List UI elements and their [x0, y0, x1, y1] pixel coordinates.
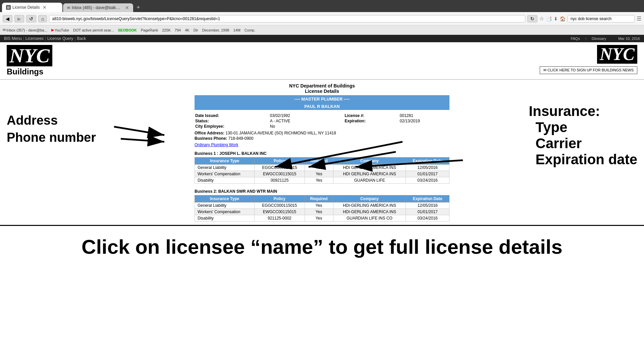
b2-required-cell: Yes	[305, 202, 333, 209]
bookmark-youtube[interactable]: ▶ YouTube	[51, 28, 69, 32]
b2-company-cell: HDI-GERLING AMERICA INS	[333, 209, 406, 215]
license-no-value: 001281	[400, 113, 449, 118]
license-header-bar: ---- MASTER PLUMBER ----	[195, 95, 449, 103]
business1-title: Business 1 : JOSEPH L. BALKAN INC	[195, 151, 449, 156]
b2-expiration-cell: 03/24/2016	[406, 215, 449, 222]
nyc-logo-right: NYC	[597, 45, 637, 64]
bookmark-794[interactable]: 794	[175, 28, 181, 32]
bookmark-225k[interactable]: 225K	[162, 28, 171, 32]
nav-license-query[interactable]: License Query	[47, 36, 73, 41]
b1-type-cell: Workers' Compensation	[195, 171, 255, 177]
bookmark-pagerank[interactable]: PageRank	[141, 28, 158, 32]
bookmark-dir[interactable]: Dir	[194, 28, 198, 32]
tab-bar: 🏛 License Details ✕ ✉ Inbox (485) - dave…	[0, 0, 644, 12]
address-annotation: Address	[7, 113, 96, 128]
b1-expiration-cell: 12/05/2016	[406, 165, 449, 171]
nav-glossary[interactable]: Glossary	[592, 37, 606, 41]
b2-policy-cell: EGGCC000115015	[255, 202, 305, 209]
business2-table: Insurance Type Policy Required Company E…	[195, 195, 449, 222]
status-label: Status:	[195, 119, 269, 123]
license-info-table: Date Issued: 03/02/1992 License #: 00128…	[195, 113, 449, 129]
b1-policy-cell: EWGCC00115015	[255, 171, 305, 177]
b2-company-cell: GUARDIAN LIFE INS CO	[333, 215, 406, 222]
bookmark-dot[interactable]: DOT active permit sear...	[73, 28, 114, 32]
ordinary-plumbing-link[interactable]: Ordinary Plumbing Work	[195, 142, 238, 147]
b2-required-cell: Yes	[305, 209, 333, 215]
forward-button[interactable]: ▶	[14, 15, 24, 22]
b1-col-policy: Policy	[255, 158, 305, 165]
go-button[interactable]: ↻	[527, 15, 537, 22]
license-no-label: License #:	[345, 113, 399, 118]
url-input[interactable]	[49, 15, 525, 22]
bookmark-4k[interactable]: 4K	[185, 28, 189, 32]
back-button[interactable]: ◀	[3, 15, 12, 22]
svg-line-1	[114, 127, 164, 135]
site-nav: BIS Menu | Licensees | License Query | B…	[0, 35, 644, 42]
nav-back[interactable]: Back	[77, 36, 86, 41]
buildings-text: Buildings	[7, 67, 52, 76]
expiration-annotation: Expiration date	[536, 152, 637, 168]
b2-policy-cell: EWGCC00115015	[255, 209, 305, 215]
table-row: General Liability EGGCC000115015 Yes HDI…	[195, 202, 449, 209]
business-link-row: Ordinary Plumbing Work	[195, 142, 449, 147]
table-row: General Liability EGGCC000115015 Yes HDI…	[195, 165, 449, 171]
bookmark-comp[interactable]: Comp.	[245, 28, 255, 32]
b2-col-company: Company	[333, 195, 406, 202]
expiration-value: 02/13/2019	[400, 119, 449, 123]
b1-col-company: Company	[333, 158, 406, 165]
business1-section: Business 1 : JOSEPH L. BALKAN INC Insura…	[195, 151, 449, 184]
buildings-news-button[interactable]: ✉ CLICK HERE TO SIGN UP FOR BUILDINGS NE…	[540, 66, 637, 74]
nav-licensees[interactable]: Licensees	[25, 36, 44, 41]
refresh-button[interactable]: ↺	[26, 15, 36, 22]
main-content-wrapper: Address Phone number Insurance: Type Car…	[0, 80, 644, 222]
svg-line-2	[121, 139, 164, 142]
b1-required-cell: Yes	[305, 171, 333, 177]
b1-company-cell: HDI GERLING AMERICA INS	[333, 165, 406, 171]
star-icon[interactable]: ☆	[539, 15, 544, 22]
table-row: Workers' Compensation EWGCC00115015 Yes …	[195, 209, 449, 215]
status-value: A - ACTIVE	[270, 119, 344, 123]
tab-close-2[interactable]: ✕	[125, 5, 129, 10]
b1-col-type: Insurance Type	[195, 158, 255, 165]
nyc-logo: NYC	[7, 45, 52, 66]
business2-title: Business 2: BALKAN SWR AND WTR MAIN	[195, 189, 449, 194]
b1-company-cell: GUARDIAN LIFE	[333, 177, 406, 184]
b1-expiration-cell: 03/24/2016	[406, 177, 449, 184]
expiration-label: Expiration:	[345, 119, 399, 123]
left-annotations: Address Phone number	[7, 113, 96, 145]
page-title: License Details	[195, 88, 449, 94]
bottom-banner-text: Click on licensee “name” to get full lic…	[7, 236, 637, 258]
bookmark-gmail[interactable]: ✉ Inbox (357) - dave@ba...	[3, 28, 47, 32]
bookmark-14m[interactable]: 14M	[233, 28, 240, 32]
tab-active[interactable]: 🏛 License Details ✕	[2, 3, 62, 12]
site-nav-right: FAQs | Glossary Mar 10, 2016	[571, 37, 640, 41]
b1-policy-cell: EGGCC000115015	[255, 165, 305, 171]
home-button[interactable]: ⌂	[38, 15, 47, 22]
search-input[interactable]	[568, 15, 635, 22]
dept-title: NYC Department of Buildings	[195, 83, 449, 88]
bookmarks-bar: ✉ Inbox (357) - dave@ba... ▶ YouTube DOT…	[0, 25, 644, 35]
type-annotation: Type	[536, 119, 637, 135]
b1-type-cell: General Liability	[195, 165, 255, 171]
download-icon[interactable]: ⬇	[554, 16, 558, 21]
b2-col-type: Insurance Type	[195, 195, 255, 202]
bookmark-icon[interactable]: 📑	[546, 16, 552, 21]
tab-inactive[interactable]: ✉ Inbox (485) - dave@balkan... ✕	[63, 3, 133, 12]
city-employee-label: City Employee:	[195, 124, 269, 129]
table-row: Disability 921125-0002 Yes GUARDIAN LIFE…	[195, 215, 449, 222]
bookmark-seobook[interactable]: SEOBOOK	[118, 28, 137, 32]
home-nav-icon[interactable]: 🏠	[560, 16, 566, 21]
new-tab-button[interactable]: +	[133, 3, 144, 12]
tab-close-1[interactable]: ✕	[43, 5, 47, 10]
bookmark-dec1998[interactable]: December, 1998	[202, 28, 229, 32]
logo-area: NYC Buildings	[7, 45, 52, 76]
nav-bis-menu[interactable]: BIS Menu	[4, 36, 22, 41]
tab-favicon: 🏛	[6, 5, 11, 10]
nav-faqs[interactable]: FAQs	[571, 37, 580, 41]
b1-required-cell: Yes	[305, 177, 333, 184]
b2-col-expiration: Expiration Date	[406, 195, 449, 202]
business-phone-value: 718-849-0900	[228, 136, 254, 141]
menu-icon[interactable]: ☰	[637, 15, 641, 22]
business-phone-label: Business Phone:	[195, 136, 227, 141]
business2-section: Business 2: BALKAN SWR AND WTR MAIN Insu…	[195, 189, 449, 222]
